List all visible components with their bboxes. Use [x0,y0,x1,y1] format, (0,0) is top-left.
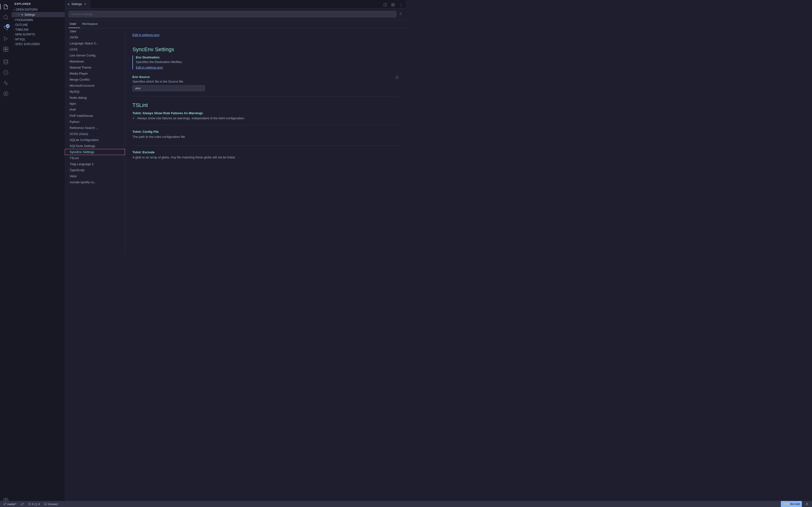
settings-file-icon: ≡ [21,13,23,16]
env-source-label: Env Source [133,75,393,79]
tab-workspace[interactable]: Workspace [81,20,101,28]
tslint-warnings-description: Always show rule failures as warnings, i… [137,116,245,120]
svg-rect-20 [393,5,394,6]
nav-item-json[interactable]: JSON [65,34,125,40]
nav-item-sqltools[interactable]: SQLTools Settings [65,143,125,149]
deploy-icon[interactable] [1,78,11,88]
chevron-down-icon: ▾ [13,8,15,11]
nav-item-syncenv[interactable]: SyncEnv Settings [65,149,125,155]
svg-point-30 [397,77,398,78]
editor-layout-button[interactable] [390,1,396,8]
nav-item-sqlite[interactable]: SQLite Configuration [65,137,125,143]
more-actions-button[interactable] [397,1,404,8]
chevron-right-icon: › [13,43,14,46]
nav-item-php[interactable]: PHP [65,107,125,113]
open-editors-label[interactable]: ▾ OPEN EDITORS [12,7,65,12]
env-source-gear-icon[interactable] [395,75,399,80]
nav-item-typescript[interactable]: TypeScript [65,167,125,173]
nav-item-scss[interactable]: SCSS (Sass) [65,131,125,137]
edit-top-link[interactable]: Edit in settings.json [133,33,159,37]
nav-item-markdown[interactable]: Markdown [65,58,125,64]
nav-item-reference-search[interactable]: Reference Search ... [65,125,125,131]
nav-item-mysql[interactable]: MySQL [65,89,125,95]
sidebar-item-timeline[interactable]: › TIMELINE [12,27,65,32]
files-icon[interactable] [1,2,11,12]
activity-bar: 10 [0,0,12,253]
env-source-input[interactable] [133,85,205,91]
chevron-right-icon: › [13,24,14,26]
svg-rect-6 [4,47,6,49]
nav-item-media-player[interactable]: Media Player [65,70,125,76]
sidebar-item-npm[interactable]: › NPM SCRIPTS [12,32,65,37]
sidebar-item-spec[interactable]: › SPEC EXPLORER [12,42,65,47]
env-source-description: Specifies which file is the Source file. [133,80,393,83]
svg-point-10 [4,60,8,61]
settings-tabs: User Workspace [65,20,406,28]
sidebar-item-mysql[interactable]: › MYSQL [12,37,65,42]
nav-item-language-stylus[interactable]: Language Stylus C... [65,40,125,46]
close-icon[interactable]: ✕ [17,13,20,16]
env-destination-group: Env Destination Specifies the Destinatio… [133,56,399,69]
sidebar-item-outline[interactable]: › OUTLINE [12,22,65,27]
tab-bar: ≡ Settings ✕ [65,0,406,8]
chevron-right-icon: › [13,19,14,21]
env-source-content: Env Source Specifies which file is the S… [133,75,393,91]
nav-item-jake[interactable]: Jake [65,28,125,34]
tab-user[interactable]: User [69,20,80,28]
split-editor-button[interactable] [382,1,389,8]
nav-item-python[interactable]: Python [65,119,125,125]
tslint-exclude-description: A glob or an array of globs. Any file ma… [133,156,399,159]
settings-main-panel: Edit in settings.json SyncEnv Settings E… [125,28,406,253]
nav-item-vscode-spotify[interactable]: vscode-spotify co... [65,179,125,185]
settings-nav: Jake JSON Language Stylus C... LESS Live… [65,28,125,253]
nav-item-vetur[interactable]: Vetur [65,173,125,179]
settings-tab-icon: ≡ [68,2,69,6]
tslint-warnings-check-row: ✓ Always show rule failures as warnings,… [133,116,399,120]
svg-rect-9 [6,50,8,51]
tab-close-button[interactable]: ✕ [84,2,87,6]
sidebar-item-foodadmin[interactable]: › FOODADMIN [12,18,65,22]
source-control-icon[interactable]: 10 [1,23,11,33]
env-destination-edit-link[interactable]: Edit in settings.json [136,66,163,69]
nav-item-live-server[interactable]: Live Server Config [65,52,125,58]
env-source-block: Env Source Specifies which file is the S… [133,75,399,96]
tslint-exclude-block: Tslint: Exclude A glob or an array of gl… [133,151,399,166]
run-icon[interactable] [1,34,11,44]
search-icon[interactable] [1,12,11,22]
main-content: ≡ Settings ✕ [65,0,406,253]
history-icon[interactable] [1,68,11,77]
tslint-config-block: Tslint: Config File The path to the rule… [133,130,399,146]
nav-item-php-intellisense[interactable]: PHP IntelliSense [65,113,125,119]
settings-search-input[interactable] [69,11,396,17]
tslint-warnings-label: Tslint: Always Show Rule Failures As War… [133,111,399,115]
svg-rect-18 [393,3,394,5]
settings-search-bar [65,8,406,20]
nav-item-less[interactable]: LESS [65,46,125,52]
filter-icon[interactable] [398,12,402,16]
svg-point-2 [6,29,8,30]
svg-point-13 [6,95,6,95]
nav-item-twig[interactable]: Twig Language 2 [65,161,125,167]
settings-file-label: Settings [24,13,35,16]
nav-item-tslint[interactable]: TSLint [65,155,125,161]
svg-rect-8 [4,50,6,51]
spotify-icon[interactable] [1,89,11,99]
chevron-right-icon: › [13,33,14,36]
extensions-icon[interactable] [1,44,11,54]
database-icon[interactable] [1,57,11,67]
sidebar-header: EXPLORER [12,0,65,7]
sidebar: EXPLORER ▾ OPEN EDITORS ✕ ≡ Settings › F… [12,0,65,253]
nav-item-npm[interactable]: Npm [65,101,125,107]
tslint-config-label: Tslint: Config File [133,130,399,133]
settings-file-item[interactable]: ✕ ≡ Settings [12,12,65,17]
nav-item-microsoft-account[interactable]: Microsoft Account [65,82,125,89]
svg-marker-5 [4,37,7,41]
nav-item-node-debug[interactable]: Node debug [65,95,125,101]
tslint-config-description: The path to the rules configuration file [133,135,399,138]
nav-item-material-theme[interactable]: Material Theme [65,64,125,70]
settings-tab[interactable]: ≡ Settings ✕ [65,0,90,8]
tslint-warnings-block: Tslint: Always Show Rule Failures As War… [133,111,399,125]
settings-body: Jake JSON Language Stylus C... LESS Live… [65,28,406,253]
nav-item-merge-conflict[interactable]: Merge Conflict [65,76,125,82]
chevron-right-icon: › [13,29,14,31]
